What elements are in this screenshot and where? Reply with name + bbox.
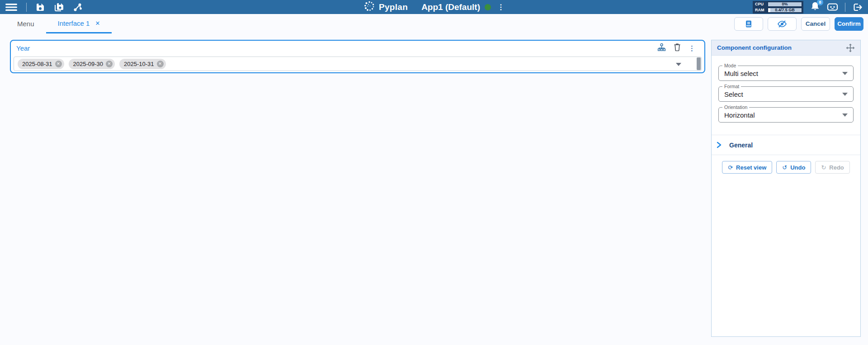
save-all-icon[interactable] xyxy=(54,2,64,12)
chip-remove-icon[interactable]: ✕ xyxy=(55,61,62,67)
brand-name: Pyplan xyxy=(379,2,408,12)
tab-bar: Menu Interface 1 ✕ Cancel Confirm xyxy=(0,14,868,33)
undo-button[interactable]: ↺ Undo xyxy=(776,161,811,174)
reset-view-label: Reset view xyxy=(736,164,766,171)
component-title: Year xyxy=(16,44,30,52)
redo-icon: ↻ xyxy=(821,164,826,171)
chip-2025-08-31: 2025-08-31 ✕ xyxy=(18,59,64,69)
tab-close-icon[interactable]: ✕ xyxy=(95,20,100,26)
mode-label: Mode xyxy=(722,63,738,68)
book-icon xyxy=(745,20,753,28)
component-configuration-panel: Component configuration Mode Multi selec… xyxy=(711,40,861,337)
logs-button[interactable] xyxy=(734,17,763,31)
panel-fields: Mode Multi select Format Select Orientat… xyxy=(712,56,860,123)
confirm-button[interactable]: Confirm xyxy=(835,17,863,31)
move-handle-icon[interactable] xyxy=(846,43,855,52)
format-value: Select xyxy=(724,90,743,98)
hamburger-menu-icon[interactable] xyxy=(5,3,17,12)
cancel-button[interactable]: Cancel xyxy=(801,17,830,31)
resource-gauge: CPU 0% RAM 0.4/7.5 GB xyxy=(753,1,803,14)
cpu-label: CPU xyxy=(754,2,766,6)
panel-action-buttons: ⟳ Reset view ↺ Undo ↻ Redo xyxy=(712,161,860,174)
dropdown-caret-icon xyxy=(842,113,848,117)
ram-label: RAM xyxy=(754,8,766,12)
app-status-dot xyxy=(485,4,491,10)
app-menu-kebab-icon[interactable]: ⋮ xyxy=(497,4,505,11)
component-kebab-icon[interactable]: ⋮ xyxy=(689,45,695,52)
orientation-label: Orientation xyxy=(722,104,749,110)
tab-interface-1[interactable]: Interface 1 ✕ xyxy=(46,14,112,33)
delete-component-icon[interactable] xyxy=(674,43,681,53)
chevron-right-icon xyxy=(716,142,722,148)
panel-header: Component configuration xyxy=(712,40,860,56)
dropdown-caret-icon xyxy=(842,93,848,96)
chip-remove-icon[interactable]: ✕ xyxy=(106,61,113,67)
mode-value: Multi select xyxy=(724,70,758,77)
topbar-right: CPU 0% RAM 0.4/7.5 GB 8 xyxy=(753,1,868,14)
general-section-toggle[interactable]: General xyxy=(712,135,860,155)
chip-label: 2025-08-31 xyxy=(22,61,52,67)
mode-select[interactable]: Mode Multi select xyxy=(718,66,854,81)
tabs: Menu Interface 1 ✕ xyxy=(5,14,112,33)
topbar-divider xyxy=(845,3,845,12)
cpu-bar: 0% xyxy=(768,2,802,7)
undo-icon: ↺ xyxy=(782,164,787,171)
reset-view-button[interactable]: ⟳ Reset view xyxy=(722,161,772,174)
tab-actions: Cancel Confirm xyxy=(734,14,868,33)
notifications-button[interactable]: 8 xyxy=(810,1,820,13)
node-hierarchy-icon[interactable] xyxy=(657,43,666,53)
panel-title: Component configuration xyxy=(717,44,792,51)
tab-menu[interactable]: Menu xyxy=(5,14,46,33)
reset-icon: ⟳ xyxy=(728,164,733,171)
share-network-icon[interactable] xyxy=(73,3,82,12)
chip-2025-09-30: 2025-09-30 ✕ xyxy=(69,59,115,69)
notification-badge: 8 xyxy=(817,0,823,5)
ram-bar: 0.4/7.5 GB xyxy=(768,8,802,13)
orientation-select[interactable]: Orientation Horizontal xyxy=(718,107,854,123)
logout-icon[interactable] xyxy=(852,3,863,12)
year-multi-select[interactable]: 2025-08-31 ✕ 2025-09-30 ✕ 2025-10-31 ✕ xyxy=(14,57,702,71)
dropdown-caret-icon xyxy=(842,72,848,75)
chip-label: 2025-09-30 xyxy=(73,61,104,67)
format-label: Format xyxy=(722,84,741,89)
topbar-divider xyxy=(26,3,27,12)
topbar-center: Pyplan App1 (Default) ⋮ xyxy=(363,0,505,14)
format-select[interactable]: Format Select xyxy=(718,86,854,102)
chip-2025-10-31: 2025-10-31 ✕ xyxy=(119,59,166,69)
chip-label: 2025-10-31 xyxy=(124,61,154,67)
chip-remove-icon[interactable]: ✕ xyxy=(157,61,164,67)
dropdown-caret-icon[interactable] xyxy=(676,63,681,66)
hide-preview-button[interactable] xyxy=(768,17,797,31)
component-actions: ⋮ xyxy=(657,43,695,53)
redo-label: Redo xyxy=(829,164,844,171)
general-section-label: General xyxy=(729,142,753,149)
redo-button[interactable]: ↻ Redo xyxy=(815,161,849,174)
app-title: App1 (Default) xyxy=(421,2,480,12)
tab-menu-label: Menu xyxy=(17,20,34,28)
assistant-bot-icon[interactable] xyxy=(827,3,838,12)
topbar-left-actions xyxy=(0,2,82,12)
eye-off-icon xyxy=(777,20,787,28)
save-icon[interactable] xyxy=(36,3,45,12)
year-component[interactable]: Year ⋮ 2025-08-31 ✕ 2025-09-30 ✕ 2025-10… xyxy=(10,40,705,73)
undo-label: Undo xyxy=(790,164,805,171)
orientation-value: Horizontal xyxy=(724,111,755,119)
component-header: Year ⋮ xyxy=(11,41,704,53)
select-scrollbar-thumb[interactable] xyxy=(697,57,701,70)
pyplan-logo-icon xyxy=(363,0,375,14)
tab-interface-1-label: Interface 1 xyxy=(58,19,90,27)
top-bar: Pyplan App1 (Default) ⋮ CPU 0% RAM 0.4/7… xyxy=(0,0,868,14)
